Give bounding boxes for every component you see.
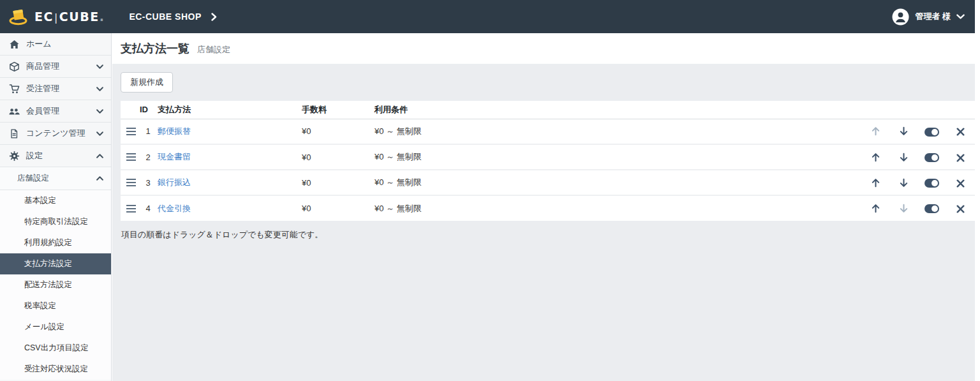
- enabled-toggle[interactable]: [924, 179, 939, 188]
- page-title: 支払方法一覧: [121, 41, 189, 56]
- move-up-button[interactable]: [870, 152, 881, 163]
- content-panel: 新規作成 ID 支払方法 手数料 利用条件: [112, 64, 980, 381]
- chevron-down-icon: [96, 87, 103, 91]
- enabled-toggle[interactable]: [924, 153, 939, 162]
- home-icon: [8, 38, 20, 50]
- chevron-down-icon: [96, 109, 103, 114]
- table-row: 1 郵便振替 ¥0 ¥0 ～ 無制限: [121, 119, 976, 144]
- sidebar-item-label: ホーム: [26, 38, 52, 50]
- chevron-up-icon: [96, 154, 103, 158]
- drag-handle-icon[interactable]: [126, 205, 136, 213]
- chevron-down-icon: [956, 14, 965, 19]
- ec-cube-logo[interactable]: EC|CUBE.: [9, 8, 105, 26]
- sidebar-item-agreement-settings[interactable]: 利用規約設定: [0, 232, 111, 253]
- ec-cube-cube-icon: [9, 8, 29, 26]
- sidebar-item-products[interactable]: 商品管理: [0, 56, 111, 78]
- gear-icon: [8, 150, 20, 161]
- delete-button[interactable]: [956, 154, 965, 162]
- condition-value: ¥0 ～ 無制限: [375, 144, 862, 170]
- sidebar-item-tax-settings[interactable]: 税率設定: [0, 295, 111, 317]
- handle-column-header: [121, 101, 138, 119]
- delete-button[interactable]: [956, 128, 965, 136]
- payment-method-link[interactable]: 代金引換: [158, 204, 191, 213]
- row-id: 3: [138, 170, 158, 195]
- document-icon: [8, 128, 20, 139]
- chevron-right-icon[interactable]: [211, 13, 217, 21]
- condition-column-header: 利用条件: [375, 101, 862, 119]
- sidebar-item-label: 設定: [26, 150, 43, 161]
- create-new-button[interactable]: 新規作成: [121, 72, 173, 93]
- move-down-button[interactable]: [898, 152, 909, 163]
- fee-value: ¥0: [302, 170, 375, 195]
- sidebar-item-settings[interactable]: 設定: [0, 145, 111, 167]
- move-up-button[interactable]: [870, 203, 881, 214]
- sidebar-item-basic-settings[interactable]: 基本設定: [0, 190, 111, 211]
- sidebar-item-csv-settings[interactable]: CSV出力項目設定: [0, 338, 111, 359]
- chevron-up-icon: [96, 176, 103, 181]
- sidebar-item-label: 会員管理: [26, 105, 59, 117]
- delete-button[interactable]: [956, 179, 965, 188]
- cart-icon: [8, 83, 20, 94]
- sidebar-item-label: コンテンツ管理: [26, 128, 85, 139]
- row-id: 1: [138, 119, 158, 144]
- move-up-button[interactable]: [870, 177, 881, 188]
- enabled-toggle[interactable]: [924, 128, 939, 137]
- table-row: 4 代金引換 ¥0 ¥0 ～ 無制限: [121, 195, 976, 221]
- move-down-button[interactable]: [898, 177, 909, 188]
- method-column-header: 支払方法: [158, 101, 302, 119]
- fee-value: ¥0: [302, 144, 375, 170]
- payment-method-link[interactable]: 銀行振込: [158, 177, 191, 187]
- sidebar-item-label: 受注管理: [26, 83, 59, 94]
- sidebar-item-tradelaw-settings[interactable]: 特定商取引法設定: [0, 211, 111, 232]
- drag-handle-icon[interactable]: [126, 179, 136, 186]
- move-down-button: [898, 203, 909, 214]
- sidebar-item-label: 店舗設定: [17, 173, 49, 184]
- page-subtitle: 店舗設定: [197, 44, 230, 56]
- avatar: [892, 8, 909, 26]
- sidebar-item-order-status-settings[interactable]: 受注対応状況設定: [0, 359, 111, 380]
- box-icon: [8, 61, 20, 72]
- sidebar-item-contents[interactable]: コンテンツ管理: [0, 123, 111, 145]
- fee-value: ¥0: [302, 119, 375, 144]
- user-name: 管理者 様: [915, 11, 951, 22]
- sidebar-item-store-settings[interactable]: 店舗設定: [0, 167, 111, 190]
- sidebar-item-delivery-settings[interactable]: 配送方法設定: [0, 274, 111, 295]
- payment-methods-table: ID 支払方法 手数料 利用条件 1 郵便振替 ¥0 ¥0 ～ 無制限: [121, 101, 976, 221]
- top-header: EC|CUBE. EC-CUBE SHOP 管理者 様: [0, 0, 975, 33]
- payment-method-link[interactable]: 現金書留: [158, 152, 191, 161]
- sidebar-item-orders[interactable]: 受注管理: [0, 78, 111, 100]
- condition-value: ¥0 ～ 無制限: [375, 119, 862, 144]
- table-row: 3 銀行振込 ¥0 ¥0 ～ 無制限: [121, 170, 976, 195]
- store-settings-submenu: 基本設定 特定商取引法設定 利用規約設定 支払方法設定 配送方法設定 税率設定 …: [0, 190, 111, 380]
- condition-value: ¥0 ～ 無制限: [375, 170, 862, 195]
- sidebar-item-payment-settings[interactable]: 支払方法設定: [0, 253, 111, 274]
- chevron-down-icon: [96, 131, 103, 136]
- user-menu[interactable]: 管理者 様: [892, 8, 965, 26]
- chevron-down-icon: [96, 64, 103, 69]
- payment-method-link[interactable]: 郵便振替: [158, 126, 191, 136]
- table-header-row: ID 支払方法 手数料 利用条件: [121, 101, 976, 119]
- sidebar-item-home[interactable]: ホーム: [0, 33, 111, 56]
- brand-text: EC|CUBE.: [34, 10, 105, 24]
- scrollbar-gutter: [975, 0, 980, 381]
- move-up-button: [870, 126, 881, 137]
- row-id: 2: [138, 144, 158, 170]
- id-column-header: ID: [138, 101, 158, 119]
- fee-value: ¥0: [302, 195, 375, 221]
- main-area: 支払方法一覧 店舗設定 新規作成 ID 支払方法 手数料 利用条件: [112, 33, 980, 381]
- table-row: 2 現金書留 ¥0 ¥0 ～ 無制限: [121, 144, 976, 170]
- page-header: 支払方法一覧 店舗設定: [112, 33, 980, 64]
- drag-handle-icon[interactable]: [126, 128, 136, 135]
- sidebar-item-label: 商品管理: [26, 61, 59, 72]
- delete-button[interactable]: [956, 205, 965, 213]
- shop-name-link[interactable]: EC-CUBE SHOP: [129, 11, 201, 22]
- sidebar-item-mail-settings[interactable]: メール設定: [0, 317, 111, 338]
- fee-column-header: 手数料: [302, 101, 375, 119]
- users-icon: [8, 105, 20, 117]
- sidebar-item-members[interactable]: 会員管理: [0, 100, 111, 123]
- sidebar: ホーム 商品管理 受注管理 会員管理 コンテンツ管理: [0, 33, 112, 381]
- drag-handle-icon[interactable]: [126, 153, 136, 161]
- enabled-toggle[interactable]: [924, 204, 939, 213]
- move-down-button[interactable]: [898, 126, 909, 137]
- condition-value: ¥0 ～ 無制限: [375, 195, 862, 221]
